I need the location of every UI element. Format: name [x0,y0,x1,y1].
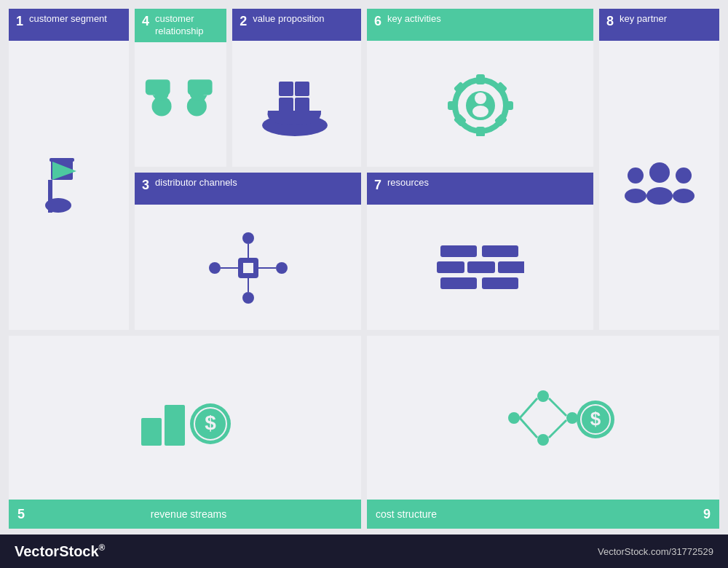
svg-point-50 [649,162,670,183]
svg-rect-22 [248,268,253,273]
card-4-body [135,42,226,167]
svg-rect-1 [50,158,74,162]
svg-rect-34 [476,127,485,136]
footer: VectorStock® VectorStock.com/31772529 [0,535,728,568]
right-col: 6 key activities [367,9,593,330]
svg-text:$: $ [205,411,216,434]
customer-relationship-icon [142,79,219,130]
svg-rect-44 [482,245,518,257]
card-4-header: 4 customer relationship [135,9,226,42]
card-5-num: 5 [17,507,25,522]
value-proposition-icon [257,71,337,136]
card-3-label: distributor channels [155,177,237,189]
card-1: 1 customer segment [9,9,129,330]
card-1-num: 1 [16,15,23,28]
footer-brand: VectorStock® [15,543,105,560]
card-3-header: 3 distributor channels [135,173,361,205]
key-partner-icon [620,158,700,213]
cost-structure-icon: $ [470,389,616,447]
card-6: 6 key activities [367,9,593,167]
card-6-header: 6 key activities [367,9,593,41]
customer-segment-icon [44,158,95,213]
svg-rect-45 [437,261,464,273]
svg-point-30 [242,292,254,304]
card-9-body: $ [367,336,719,500]
key-activities-icon [444,71,517,136]
svg-point-4 [45,198,71,213]
revenue-streams-icon: $ [138,389,232,447]
svg-rect-9 [146,79,170,95]
top-area: 1 customer segment [9,9,719,330]
svg-line-68 [549,420,566,438]
svg-rect-35 [448,101,458,110]
card-5-label: revenue streams [151,508,226,520]
card-7-label: resources [387,177,429,189]
svg-rect-16 [279,98,293,112]
svg-point-64 [566,412,578,424]
card-7-body [367,205,593,331]
svg-rect-56 [141,418,162,446]
main-content: 1 customer segment [0,0,728,535]
trademark: ® [99,543,106,553]
card-8-label: key partner [620,13,667,25]
svg-point-52 [628,167,644,184]
card-2-header: 2 value proposition [232,9,361,41]
svg-point-28 [276,262,288,274]
svg-rect-19 [243,263,248,268]
svg-point-53 [625,189,646,203]
card-1-header: 1 customer segment [9,9,129,41]
card-7: 7 resources [367,173,593,331]
center-col: 4 customer relationship [135,9,361,330]
svg-rect-46 [467,261,495,273]
svg-point-27 [209,262,221,274]
svg-line-66 [520,418,537,438]
card-8-body [599,41,719,330]
svg-point-55 [673,189,695,203]
card-2-body [232,41,361,167]
card-5-footer: 5 revenue streams [9,500,361,529]
svg-rect-21 [243,268,248,273]
svg-point-63 [537,434,549,446]
svg-rect-11 [188,79,213,95]
card-4: 4 customer relationship [135,9,226,167]
bottom-area: $ 5 revenue streams [9,336,719,529]
card-9-num: 9 [703,507,711,522]
card-9-label: cost structure [376,508,437,520]
card-7-num: 7 [374,178,381,192]
card-8: 8 key partner [599,9,719,330]
svg-rect-20 [248,263,253,268]
card-3-num: 3 [142,178,149,192]
card-6-label: key activities [387,13,441,25]
card-9-footer: cost structure 9 [367,500,719,529]
card-4-num: 4 [142,15,149,28]
svg-rect-48 [440,277,477,289]
center-top: 4 customer relationship [135,9,361,167]
card-5-body: $ [9,336,361,500]
card-8-num: 8 [606,15,614,28]
svg-rect-14 [279,82,293,96]
svg-rect-33 [476,74,485,84]
card-6-num: 6 [374,15,381,28]
svg-rect-36 [503,101,513,110]
svg-point-54 [676,167,692,184]
footer-url: VectorStock.com/31772529 [598,546,713,557]
brand-name: VectorStock [15,543,99,559]
resources-icon [437,245,524,289]
svg-rect-47 [498,261,524,273]
card-3: 3 distributor channels [135,173,361,331]
svg-point-41 [475,92,486,104]
card-2-num: 2 [240,15,247,28]
svg-rect-49 [482,277,518,289]
svg-line-67 [549,398,566,416]
card-5: $ 5 revenue streams [9,336,361,529]
card-4-label: customer relationship [155,13,219,38]
svg-rect-17 [295,98,309,112]
svg-line-65 [520,398,537,418]
svg-point-61 [508,412,520,424]
svg-point-51 [646,187,673,205]
svg-point-29 [242,232,254,244]
card-9: $ cost structure 9 [367,336,719,529]
card-6-body [367,41,593,167]
card-3-body [135,205,361,331]
card-8-header: 8 key partner [599,9,719,41]
